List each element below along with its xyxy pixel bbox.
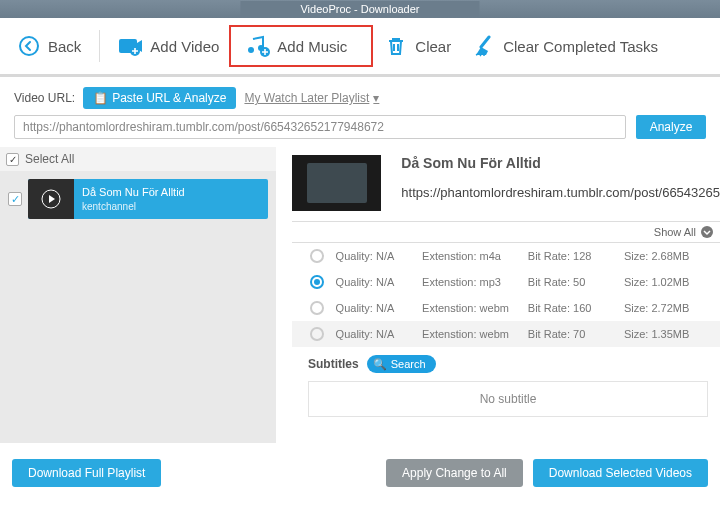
video-plus-icon [118, 33, 144, 59]
format-row[interactable]: Quality: N/AExtenstion: mp3Bit Rate: 50S… [292, 269, 720, 295]
format-radio[interactable] [310, 327, 324, 341]
url-input-row: Analyze [0, 115, 720, 147]
search-icon: 🔍 [373, 358, 387, 371]
item-thumb [28, 179, 74, 219]
title-bar: VideoProc - Downloader [0, 0, 720, 18]
detail-head: Då Som Nu För Alltid https://phantomlord… [292, 155, 720, 221]
back-icon [16, 33, 42, 59]
watch-later-label: My Watch Later Playlist [244, 91, 369, 105]
analyze-button[interactable]: Analyze [636, 115, 706, 139]
detail-url: https://phantomlordreshiram.tumblr.com/p… [401, 185, 720, 200]
format-row[interactable]: Quality: N/AExtenstion: webmBit Rate: 16… [292, 295, 720, 321]
detail-title: Då Som Nu För Alltid [401, 155, 720, 171]
download-selected-button[interactable]: Download Selected Videos [533, 459, 708, 487]
format-bitrate: Bit Rate: 70 [528, 328, 624, 340]
add-video-button[interactable]: Add Video [108, 27, 229, 65]
url-input[interactable] [14, 115, 626, 139]
paste-analyze-button[interactable]: 📋 Paste URL & Analyze [83, 87, 236, 109]
show-all-label: Show All [654, 226, 696, 238]
search-label: Search [391, 358, 426, 370]
list-item[interactable]: ✓ Då Som Nu För Alltid kentchannel [8, 179, 268, 219]
select-all-row[interactable]: ✓ Select All [0, 147, 276, 171]
format-radio[interactable] [310, 249, 324, 263]
content-body: ✓ Select All ✓ Då Som Nu För Alltid kent… [0, 147, 720, 443]
format-bitrate: Bit Rate: 128 [528, 250, 624, 262]
right-pane: Då Som Nu För Alltid https://phantomlord… [276, 147, 720, 443]
format-row[interactable]: Quality: N/AExtenstion: webmBit Rate: 70… [292, 321, 720, 347]
toolbar: Back Add Video Add Music Clear Clear Com… [0, 18, 720, 74]
format-extension: Extenstion: m4a [422, 250, 528, 262]
chevron-circle-icon [700, 225, 714, 239]
subtitles-row: Subtitles 🔍 Search [292, 347, 720, 381]
broom-icon [471, 33, 497, 59]
format-size: Size: 1.35MB [624, 328, 720, 340]
format-bitrate: Bit Rate: 160 [528, 302, 624, 314]
footer: Download Full Playlist Apply Change to A… [0, 443, 720, 503]
music-plus-icon [245, 33, 271, 59]
add-music-label: Add Music [277, 38, 347, 55]
format-radio[interactable] [310, 301, 324, 315]
left-pane: ✓ Select All ✓ Då Som Nu För Alltid kent… [0, 147, 276, 443]
item-card[interactable]: Då Som Nu För Alltid kentchannel [28, 179, 268, 219]
format-size: Size: 2.72MB [624, 302, 720, 314]
chevron-down-icon: ▾ [373, 91, 379, 105]
clear-label: Clear [415, 38, 451, 55]
clear-completed-label: Clear Completed Tasks [503, 38, 658, 55]
paste-label: Paste URL & Analyze [112, 91, 226, 105]
formats-list: Quality: N/AExtenstion: m4aBit Rate: 128… [292, 243, 720, 347]
window-title: VideoProc - Downloader [240, 1, 479, 17]
add-video-label: Add Video [150, 38, 219, 55]
format-bitrate: Bit Rate: 50 [528, 276, 624, 288]
select-all-checkbox[interactable]: ✓ [6, 153, 19, 166]
show-all-toggle[interactable]: Show All [292, 221, 720, 243]
item-title: Då Som Nu För Alltid [82, 185, 185, 199]
format-extension: Extenstion: webm [422, 302, 528, 314]
format-extension: Extenstion: webm [422, 328, 528, 340]
format-quality: Quality: N/A [336, 276, 422, 288]
format-size: Size: 2.68MB [624, 250, 720, 262]
clear-button[interactable]: Clear [373, 27, 461, 65]
no-subtitle-box: No subtitle [308, 381, 708, 417]
back-button[interactable]: Back [6, 27, 91, 65]
add-music-button[interactable]: Add Music [229, 25, 373, 67]
svg-point-0 [20, 37, 38, 55]
paste-icon: 📋 [93, 91, 108, 105]
format-quality: Quality: N/A [336, 328, 422, 340]
clear-completed-button[interactable]: Clear Completed Tasks [461, 27, 668, 65]
format-quality: Quality: N/A [336, 250, 422, 262]
item-checkbox[interactable]: ✓ [8, 192, 22, 206]
svg-point-7 [701, 226, 713, 238]
format-radio[interactable] [310, 275, 324, 289]
download-full-playlist-button[interactable]: Download Full Playlist [12, 459, 161, 487]
back-label: Back [48, 38, 81, 55]
apply-change-all-button[interactable]: Apply Change to All [386, 459, 523, 487]
url-row: Video URL: 📋 Paste URL & Analyze My Watc… [0, 77, 720, 115]
format-row[interactable]: Quality: N/AExtenstion: m4aBit Rate: 128… [292, 243, 720, 269]
select-all-label: Select All [25, 152, 74, 166]
format-quality: Quality: N/A [336, 302, 422, 314]
svg-point-3 [248, 47, 254, 53]
item-channel: kentchannel [82, 200, 185, 213]
format-extension: Extenstion: mp3 [422, 276, 528, 288]
format-size: Size: 1.02MB [624, 276, 720, 288]
url-label: Video URL: [14, 91, 75, 105]
detail-thumb [292, 155, 381, 211]
subtitles-label: Subtitles [308, 357, 359, 371]
search-subtitles-button[interactable]: 🔍 Search [367, 355, 436, 373]
trash-icon [383, 33, 409, 59]
watch-later-link[interactable]: My Watch Later Playlist ▾ [244, 91, 379, 105]
